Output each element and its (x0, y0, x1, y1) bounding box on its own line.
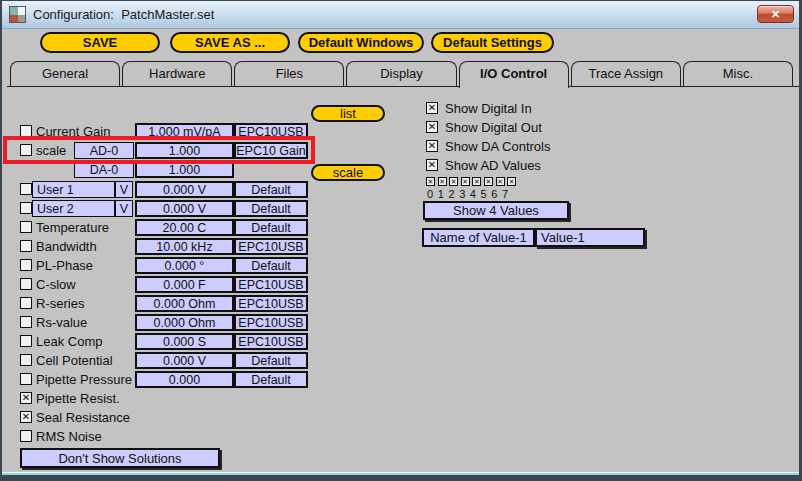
save-button[interactable]: SAVE (40, 32, 160, 53)
temperature-checkbox[interactable] (20, 221, 32, 233)
show-digital-in-checkbox[interactable] (426, 102, 438, 114)
bandwidth-value-field[interactable]: 10.00 kHz (135, 238, 234, 255)
scale-source-field[interactable]: EPC10 Gain (234, 142, 308, 159)
tab-display[interactable]: Display (346, 61, 456, 86)
temperature-value-field[interactable]: 20.00 C (135, 219, 234, 236)
user2-checkbox[interactable] (20, 202, 32, 214)
row-label: C-slow (36, 277, 76, 292)
dont-show-solutions-button[interactable]: Don't Show Solutions (20, 448, 220, 468)
value-name-input[interactable]: Value-1 (535, 228, 645, 247)
bandwidth-source-field[interactable]: EPC10USB (234, 238, 308, 255)
current-gain-checkbox[interactable] (20, 125, 32, 137)
close-button[interactable]: ✕ (757, 5, 794, 23)
rms-noise-checkbox[interactable] (20, 430, 32, 442)
save-as-button[interactable]: SAVE AS ... (170, 32, 290, 53)
ad-bit-4-checkbox[interactable] (472, 177, 481, 186)
pl-phase-checkbox[interactable] (20, 259, 32, 271)
list-button[interactable]: list (311, 105, 385, 122)
show-digital-out-checkbox[interactable] (426, 121, 438, 133)
io-row-leak-comp: Leak Comp 0.000 S EPC10USB (2, 333, 802, 350)
current-gain-source-field[interactable]: EPC10USB (234, 123, 308, 140)
user1-name-field[interactable]: User 1 (32, 181, 115, 198)
current-gain-value-field[interactable]: 1.000 mV/pA (135, 123, 234, 140)
pipette-resist-checkbox[interactable] (20, 392, 32, 404)
io-row-user2: User 2 V 0.000 V Default (2, 200, 802, 217)
rs-value-value-field[interactable]: 0.000 Ohm (135, 314, 234, 331)
da0-channel-field[interactable]: DA-0 (74, 161, 134, 178)
show-4-values-button[interactable]: Show 4 Values (423, 201, 569, 220)
io-row-temperature: Temperature 20.00 C Default (2, 219, 802, 236)
pipette-pressure-value-field[interactable]: 0.000 (135, 371, 234, 388)
io-row-da0: DA-0 1.000 (2, 161, 802, 178)
pipette-pressure-source-field[interactable]: Default (234, 371, 308, 388)
tab-trace-assign[interactable]: Trace Assign (571, 61, 681, 86)
show-ad-values-checkbox[interactable] (426, 159, 438, 171)
r-series-source-field[interactable]: EPC10USB (234, 295, 308, 312)
seal-resistance-checkbox[interactable] (20, 411, 32, 423)
cell-potential-checkbox[interactable] (20, 354, 32, 366)
ad-bit-6-checkbox[interactable] (496, 177, 505, 186)
row-label: Leak Comp (36, 334, 102, 349)
r-series-value-field[interactable]: 0.000 Ohm (135, 295, 234, 312)
tab-bar: General Hardware Files Display I/O Contr… (10, 61, 793, 86)
titlebar[interactable]: Configuration: PatchMaster.set ✕ (2, 1, 799, 29)
io-row-c-slow: C-slow 0.000 F EPC10USB (2, 276, 802, 293)
tab-files[interactable]: Files (234, 61, 344, 86)
io-row-current-gain: Current Gain 1.000 mV/pA EPC10USB (2, 123, 802, 140)
ad-bit-5-checkbox[interactable] (484, 177, 493, 186)
window-title: Configuration: PatchMaster.set (33, 7, 214, 22)
show-da-controls-checkbox[interactable] (426, 140, 438, 152)
ad-bit-0-checkbox[interactable] (426, 177, 435, 186)
scale-channel-field[interactable]: AD-0 (74, 142, 134, 159)
c-slow-source-field[interactable]: EPC10USB (234, 276, 308, 293)
io-row-pipette-resist: Pipette Resist. (2, 390, 802, 407)
tab-general[interactable]: General (10, 61, 120, 86)
bandwidth-checkbox[interactable] (20, 240, 32, 252)
user2-name-field[interactable]: User 2 (32, 200, 115, 217)
row-label: scale (36, 143, 66, 158)
tab-panel-border (7, 86, 799, 87)
c-slow-checkbox[interactable] (20, 278, 32, 290)
user2-unit-field[interactable]: V (115, 200, 133, 217)
user2-value-field[interactable]: 0.000 V (135, 200, 234, 217)
ad-bit-labels: 01234567 (427, 188, 513, 200)
user1-source-field[interactable]: Default (234, 181, 308, 198)
leak-comp-checkbox[interactable] (20, 335, 32, 347)
r-series-checkbox[interactable] (20, 297, 32, 309)
pipette-pressure-checkbox[interactable] (20, 373, 32, 385)
rs-value-checkbox[interactable] (20, 316, 32, 328)
ad-bit-checkboxes (426, 177, 519, 186)
row-label: Pipette Pressure (36, 372, 132, 387)
user1-value-field[interactable]: 0.000 V (135, 181, 234, 198)
show-da-controls-label: Show DA Controls (445, 139, 551, 154)
ad-bit-1-checkbox[interactable] (438, 177, 447, 186)
user1-unit-field[interactable]: V (115, 181, 133, 198)
ad-bit-7-checkbox[interactable] (507, 177, 516, 186)
row-label: Current Gain (36, 124, 110, 139)
ad-bit-2-checkbox[interactable] (449, 177, 458, 186)
tab-io-control[interactable]: I/O Control (459, 61, 569, 88)
cell-potential-value-field[interactable]: 0.000 V (135, 352, 234, 369)
tab-misc[interactable]: Misc. (683, 61, 793, 86)
rs-value-source-field[interactable]: EPC10USB (234, 314, 308, 331)
da0-value-field[interactable]: 1.000 (135, 161, 234, 178)
window-frame-bottom (2, 475, 799, 481)
scale-value-field[interactable]: 1.000 (135, 142, 234, 159)
c-slow-value-field[interactable]: 0.000 F (135, 276, 234, 293)
temperature-source-field[interactable]: Default (234, 219, 308, 236)
io-row-bandwidth: Bandwidth 10.00 kHz EPC10USB (2, 238, 802, 255)
leak-comp-source-field[interactable]: EPC10USB (234, 333, 308, 350)
default-windows-button[interactable]: Default Windows (298, 32, 424, 53)
default-settings-button[interactable]: Default Settings (431, 32, 554, 53)
user2-source-field[interactable]: Default (234, 200, 308, 217)
io-row-rs-value: Rs-value 0.000 Ohm EPC10USB (2, 314, 802, 331)
io-row-pl-phase: PL-Phase 0.000 ° Default (2, 257, 802, 274)
tab-hardware[interactable]: Hardware (122, 61, 232, 86)
user1-checkbox[interactable] (20, 183, 32, 195)
ad-bit-3-checkbox[interactable] (461, 177, 470, 186)
pl-phase-source-field[interactable]: Default (234, 257, 308, 274)
cell-potential-source-field[interactable]: Default (234, 352, 308, 369)
leak-comp-value-field[interactable]: 0.000 S (135, 333, 234, 350)
pl-phase-value-field[interactable]: 0.000 ° (135, 257, 234, 274)
scale-checkbox[interactable] (20, 144, 32, 156)
